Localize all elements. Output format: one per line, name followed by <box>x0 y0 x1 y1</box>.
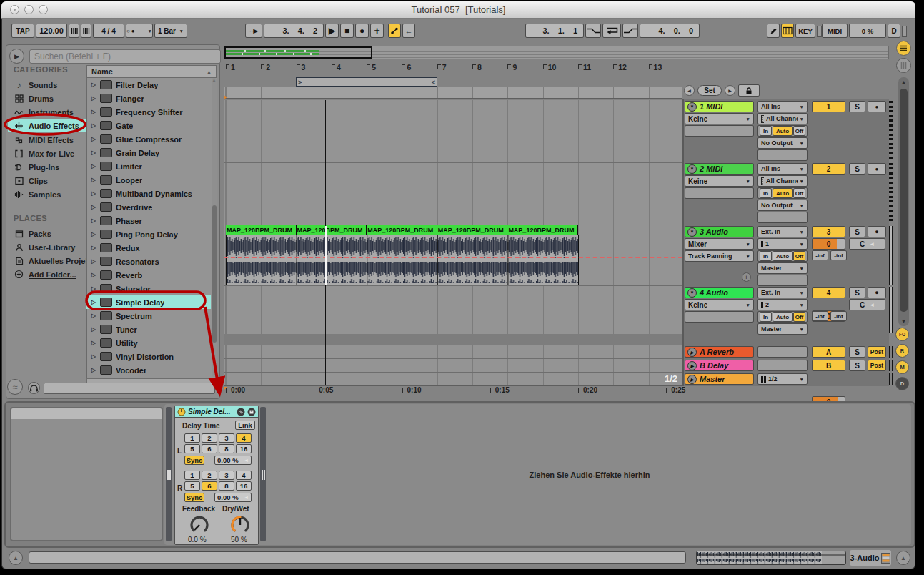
disclosure-triangle-icon[interactable]: ▷ <box>91 367 96 373</box>
scroll-up-icon[interactable]: ▲ <box>212 78 217 85</box>
bar-number[interactable]: 13 <box>649 63 684 77</box>
bar-number[interactable]: 12 <box>613 63 648 77</box>
track-3-arm-button[interactable]: ● <box>868 226 886 237</box>
disclosure-triangle-icon[interactable]: ▷ <box>91 177 96 183</box>
device-list-item[interactable]: ▷ Phaser <box>86 214 211 227</box>
bar-number[interactable]: 2 <box>261 63 296 77</box>
disclosure-triangle-icon[interactable]: ▷ <box>91 272 96 278</box>
device-list-item[interactable]: ▷ Resonators <box>86 255 211 268</box>
track-4-input-type[interactable]: Ext. In▼ <box>757 287 808 298</box>
scrollbar-thumb[interactable] <box>900 89 908 312</box>
sidebar-item-user-library[interactable]: User-Library <box>8 240 88 254</box>
audio-clip[interactable]: MAP_120BPM_DRUM <box>437 225 508 235</box>
track-2-input-type[interactable]: All Ins▼ <box>757 163 808 175</box>
show-mixer-toggle[interactable]: M <box>895 360 909 374</box>
draw-mode-button[interactable] <box>767 24 780 38</box>
disclosure-triangle-icon[interactable]: ▷ <box>91 285 96 292</box>
key-map-button[interactable]: KEY <box>795 24 815 38</box>
track-1-solo-button[interactable]: S <box>849 101 865 112</box>
track-4-arm-button[interactable]: ● <box>868 287 886 298</box>
monitor-auto-button[interactable]: Auto <box>773 312 793 322</box>
disclosure-triangle-icon[interactable]: ▷ <box>91 340 96 346</box>
stop-button[interactable]: ■ <box>340 24 354 38</box>
r-beat-16-button[interactable]: 16 <box>236 481 252 491</box>
dry-wet-knob[interactable] <box>227 513 253 535</box>
overdub-button[interactable]: + <box>370 24 384 38</box>
sort-arrow-icon[interactable]: ▲ <box>207 69 212 74</box>
return-a-solo-button[interactable]: S <box>849 346 865 358</box>
track-2-solo-button[interactable]: S <box>849 163 865 175</box>
sidebar-item-audio-effects[interactable]: Audio Effects <box>8 119 88 132</box>
clip-waveform[interactable] <box>226 235 579 285</box>
disclosure-triangle-icon[interactable]: ▷ <box>91 231 96 237</box>
track-1-input-channel[interactable]: All Channels▼ <box>757 113 808 124</box>
loop-start-handle[interactable]: > <box>298 79 302 86</box>
sidebar-item-add-folder[interactable]: Add Folder... <box>8 267 88 281</box>
return-b-name[interactable]: ▶B Delay <box>685 360 754 371</box>
bar-number[interactable]: 8 <box>472 63 507 77</box>
disclosure-triangle-icon[interactable]: ▷ <box>91 109 96 115</box>
sidebar-item-clips[interactable]: Clips <box>8 174 88 187</box>
bar-number[interactable]: 11 <box>578 63 613 77</box>
device-list-item[interactable]: ▷ Vocoder <box>86 363 211 377</box>
follow-button[interactable]: ··▶ <box>245 24 262 38</box>
feedback-knob[interactable] <box>187 513 212 535</box>
track-3-volume-slider[interactable]: 0 <box>812 238 845 250</box>
arrangement-position-field[interactable]: 3. 4. 2 <box>264 24 324 38</box>
track-1-input-type[interactable]: All Ins▼ <box>757 101 808 112</box>
show-returns-toggle[interactable]: R <box>895 344 909 358</box>
track-4-name[interactable]: ▼4 Audio <box>685 287 754 298</box>
disclosure-triangle-icon[interactable]: ▷ <box>91 190 96 197</box>
previous-locator-button[interactable]: ◀ <box>684 85 695 96</box>
track-2-activator[interactable]: 2 <box>812 163 845 175</box>
unfold-track-icon[interactable]: ▼ <box>687 227 697 237</box>
device-list-item[interactable]: ▷ Filter Delay <box>86 78 211 92</box>
monitor-off-button[interactable]: Off <box>793 126 805 136</box>
l-beat-16-button[interactable]: 16 <box>236 444 252 453</box>
track-4-device-chooser[interactable]: Keine▼ <box>685 299 754 310</box>
track-3-input-type[interactable]: Ext. In▼ <box>757 226 808 237</box>
r-beat-8-button[interactable]: 8 <box>219 481 234 491</box>
next-locator-button[interactable]: ▶ <box>725 85 735 96</box>
fold-return-icon[interactable]: ▶ <box>687 361 697 370</box>
return-a-activator[interactable]: A <box>812 346 845 358</box>
device-list-item[interactable]: ▷ Limiter <box>86 159 211 173</box>
show-track-delay-toggle[interactable]: D <box>895 377 909 390</box>
track-3-output-type[interactable]: Master▼ <box>757 262 808 274</box>
disclosure-triangle-icon[interactable]: ▷ <box>91 82 96 88</box>
bar-number[interactable]: 4 <box>332 63 367 77</box>
monitor-off-button[interactable]: Off <box>793 312 805 322</box>
r-sync-button[interactable]: Sync <box>184 493 204 502</box>
track-4-pan-slider[interactable]: C◄ <box>849 299 885 310</box>
sidebar-item-drums[interactable]: Drums <box>8 92 88 105</box>
show-detail-view-button[interactable]: ▲ <box>896 551 910 565</box>
track-4-output-type[interactable]: Master▼ <box>757 323 808 335</box>
tap-tempo-button[interactable]: TAP <box>11 24 34 38</box>
track-3-automation-control[interactable]: Track Panning▼ <box>685 250 754 262</box>
track-3-name[interactable]: ▼3 Audio <box>685 226 754 237</box>
monitor-in-button[interactable]: In <box>760 312 772 322</box>
unfold-track-icon[interactable]: ▼ <box>687 288 697 298</box>
track-3-activator[interactable]: 3 <box>812 226 845 237</box>
disk-overload-indicator[interactable]: D <box>888 24 900 38</box>
window-title-bar[interactable]: Tutorial 057 [Tutorials] <box>1 1 915 19</box>
mixer-toggle-button[interactable] <box>896 58 911 73</box>
loop-switch-button[interactable] <box>602 24 621 38</box>
device-list-item[interactable]: ▷ Spectrum <box>86 309 211 323</box>
r-delay-amount-slider[interactable]: 0.00 %◄ <box>214 493 252 502</box>
clip-title[interactable]: MAP_120BPM_DRUM <box>226 227 292 234</box>
l-beat-2-button[interactable]: 2 <box>202 433 217 443</box>
monitor-in-button[interactable]: In <box>760 126 772 136</box>
sidebar-item-plug-ins[interactable]: Plug-Ins <box>8 160 88 174</box>
time-ruler[interactable]: 0:000:050:100:150:200:25 <box>224 386 682 399</box>
disclosure-triangle-icon[interactable]: ▷ <box>91 313 96 319</box>
track-3-input-channel[interactable]: 1▼ <box>757 238 808 250</box>
r-beat-4-button[interactable]: 4 <box>236 471 252 480</box>
track-2-input-channel[interactable]: All Channels▼ <box>757 175 808 187</box>
sidebar-item-packs[interactable]: Packs <box>8 227 88 240</box>
device-power-button[interactable] <box>177 408 186 416</box>
clip-overview-mini[interactable] <box>696 551 846 565</box>
disclosure-triangle-icon[interactable]: ▷ <box>91 326 96 333</box>
scroll-up-icon[interactable]: ▲ <box>898 79 909 84</box>
sidebar-item-sounds[interactable]: ♪Sounds <box>8 78 88 92</box>
